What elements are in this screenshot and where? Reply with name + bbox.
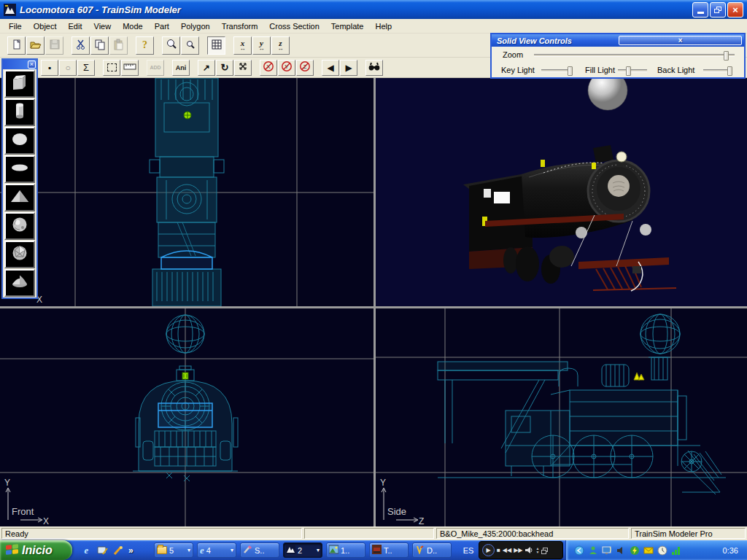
mail-tray-icon[interactable] <box>643 545 654 556</box>
lock-y-button[interactable]: Y <box>278 60 295 76</box>
prev-part-button[interactable]: ◀ <box>322 60 339 76</box>
restore-deskband-icon[interactable] <box>541 544 548 557</box>
menu-edit[interactable]: Edit <box>63 20 88 33</box>
palette-close-button[interactable]: × <box>28 61 36 69</box>
quick-launch-overflow[interactable]: » <box>128 545 133 556</box>
primitive-dome-button[interactable] <box>4 269 35 297</box>
primitive-cone-button[interactable] <box>4 184 35 211</box>
task-button-dv[interactable]: D.. <box>412 542 452 558</box>
svc-close-button[interactable]: × <box>619 36 742 45</box>
volume-icon[interactable] <box>525 546 533 554</box>
fill-light-slider[interactable] <box>618 69 647 72</box>
display-tray-icon[interactable] <box>601 545 612 556</box>
move-tool-button[interactable]: ↗ <box>198 60 215 76</box>
primitive-geosphere-button[interactable] <box>4 241 35 268</box>
play-button[interactable]: ▶ <box>482 544 495 556</box>
grid-toggle-button[interactable] <box>207 36 225 55</box>
task-button-train-photo[interactable]: T.. <box>369 542 409 558</box>
measure-button[interactable] <box>121 60 139 76</box>
lock-z-button[interactable]: Z <box>296 60 314 76</box>
key-light-thumb[interactable] <box>568 66 573 76</box>
ani-label: Ani <box>176 64 187 71</box>
palette-titlebar[interactable]: × <box>3 60 36 69</box>
paint-icon <box>243 545 252 556</box>
deskband-spinner[interactable]: ▲▼ <box>535 547 539 554</box>
minimize-button[interactable] <box>692 2 708 18</box>
menu-mode[interactable]: Mode <box>117 20 149 33</box>
volume-tray-icon[interactable] <box>615 545 626 556</box>
menu-part[interactable]: Part <box>149 20 175 33</box>
point-mode-button[interactable]: ▪ <box>41 60 58 76</box>
signal-tray-icon[interactable] <box>670 545 681 556</box>
menu-help[interactable]: Help <box>369 20 398 33</box>
axis-x-button[interactable]: x↔ <box>233 36 252 55</box>
task-button-trainsim-active[interactable]: 2 ▾ <box>283 542 322 558</box>
show-desktop-icon[interactable] <box>96 544 109 556</box>
menu-transform[interactable]: Transform <box>216 20 264 33</box>
viewport-side[interactable]: Y Side Z <box>376 308 747 526</box>
restore-icon <box>714 7 721 13</box>
primitive-box-button[interactable] <box>4 70 35 98</box>
animation-button[interactable]: Ani <box>172 60 190 76</box>
menu-object[interactable]: Object <box>28 20 63 33</box>
primitive-flat-ellipse-button[interactable] <box>4 155 35 183</box>
primitive-ellipse-button[interactable] <box>4 127 35 155</box>
help-button[interactable]: ? <box>136 36 154 55</box>
ie-launcher-icon[interactable]: e <box>80 544 93 556</box>
axis-z-button[interactable]: z↔ <box>271 36 290 55</box>
language-indicator[interactable]: ES <box>460 543 477 557</box>
cut-button[interactable] <box>71 36 90 55</box>
messenger-tray-icon[interactable] <box>587 545 598 556</box>
viewport-perspective[interactable] <box>376 78 747 306</box>
open-button[interactable] <box>26 36 44 55</box>
start-button[interactable]: Inicio <box>0 540 72 560</box>
menu-cross-section[interactable]: Cross Section <box>263 20 325 33</box>
next-part-button[interactable]: ▶ <box>340 60 357 76</box>
find-button[interactable] <box>365 60 383 76</box>
zoom-slider[interactable] <box>534 54 735 57</box>
stop-button[interactable]: ■ <box>497 547 500 553</box>
primitive-cylinder-button[interactable] <box>4 98 35 126</box>
lock-x-button[interactable]: X <box>260 60 277 76</box>
circle-mode-button[interactable]: ○ <box>59 60 77 76</box>
menu-polygon[interactable]: Polygon <box>175 20 216 33</box>
save-button[interactable] <box>45 36 63 55</box>
rewind-button[interactable]: ◀◀ <box>503 547 511 553</box>
task-button-folders[interactable]: 5 ▾ <box>154 542 193 558</box>
history-tray-icon[interactable] <box>573 545 584 556</box>
sigma-button[interactable]: Σ <box>77 60 95 76</box>
zoom-in-button[interactable] <box>162 36 180 55</box>
viewport-front[interactable]: Y Front X <box>0 308 374 526</box>
key-light-slider[interactable] <box>541 69 572 72</box>
copy-button[interactable] <box>90 36 109 55</box>
axis-y-button[interactable]: y↔ <box>252 36 271 55</box>
media-player-launcher-icon[interactable] <box>112 544 125 556</box>
scheduler-tray-icon[interactable] <box>657 545 667 556</box>
zoom-slider-thumb[interactable] <box>724 51 729 61</box>
task-button-paint[interactable]: S.. <box>240 542 279 558</box>
new-button[interactable] <box>7 36 26 55</box>
power-tray-icon[interactable] <box>629 545 640 556</box>
svc-titlebar[interactable]: Solid View Controls × <box>492 34 744 47</box>
menu-template[interactable]: Template <box>325 20 370 33</box>
menu-view[interactable]: View <box>88 20 117 33</box>
clock[interactable]: 0:36 <box>723 546 747 555</box>
restore-button[interactable] <box>710 2 726 18</box>
scale-tool-button[interactable] <box>234 60 252 76</box>
select-rect-button[interactable] <box>103 60 120 76</box>
add-button[interactable]: ADD <box>147 60 164 76</box>
rotate-tool-button[interactable]: ↻ <box>216 60 233 76</box>
task-button-ie-group[interactable]: e 4 ▾ <box>197 542 236 558</box>
fill-light-thumb[interactable] <box>626 66 631 76</box>
primitive-sphere-button[interactable] <box>4 212 35 240</box>
back-light-thumb[interactable] <box>727 66 732 76</box>
close-button[interactable]: × <box>727 2 743 18</box>
titlebar[interactable]: Locomotora 607 - TrainSim Modeler × <box>0 0 747 19</box>
task-button-images[interactable]: 1.. <box>326 542 365 558</box>
zoom-out-button[interactable] <box>181 36 199 55</box>
viewport-top[interactable]: X <box>0 78 374 306</box>
forward-button[interactable]: ▶▶ <box>514 547 522 553</box>
back-light-slider[interactable] <box>703 69 732 72</box>
paste-button[interactable] <box>109 36 128 55</box>
menu-file[interactable]: File <box>3 20 28 33</box>
